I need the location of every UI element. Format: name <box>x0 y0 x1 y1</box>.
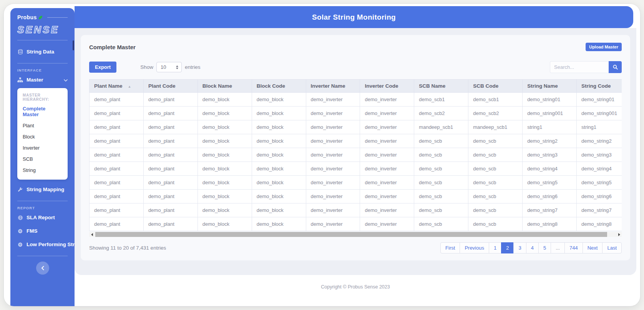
column-header[interactable]: Inverter Code <box>360 80 414 93</box>
table-cell: demo_inverter <box>360 120 414 134</box>
submenu-item-scb[interactable]: SCB <box>23 153 62 165</box>
table-cell: demo_block <box>198 120 252 134</box>
table-row: demo_plantdemo_plantdemo_blockdemo_block… <box>90 134 622 148</box>
brand-logo[interactable]: Probus <box>17 14 68 20</box>
table-row: demo_plantdemo_plantdemo_blockdemo_block… <box>90 93 622 107</box>
table-cell: demo_plant <box>90 217 144 231</box>
table-toolbar: Export Show 10 entries <box>89 61 622 73</box>
pagination-button-1[interactable]: 1 <box>489 242 501 253</box>
submenu-heading: MASTER HIERARCHY: <box>23 93 62 102</box>
table-cell: demo_string001 <box>577 107 622 120</box>
table-cell: demo_string01 <box>577 93 622 107</box>
table-cell: demo_plant <box>90 107 144 120</box>
pagination-button-first[interactable]: First <box>440 242 460 253</box>
sidebar-item-label: String Mapping <box>27 187 64 192</box>
table-cell: demo_string5 <box>577 176 622 190</box>
column-header[interactable]: Block Code <box>252 80 306 93</box>
table-cell: demo_plant <box>90 148 144 162</box>
table-cell: demo_block <box>198 190 252 203</box>
table-cell: demo_string7 <box>523 203 577 217</box>
sidebar-item-string-data[interactable]: String Data <box>17 45 68 58</box>
submenu-item-inverter[interactable]: Inverter <box>23 142 62 153</box>
table-cell: demo_inverter <box>306 203 360 217</box>
export-button[interactable]: Export <box>89 62 116 73</box>
submenu-item-block[interactable]: Block <box>23 131 62 142</box>
table-cell: demo_scb <box>414 148 468 162</box>
search-button[interactable] <box>609 61 622 73</box>
table-cell: demo_inverter <box>360 203 414 217</box>
pagination-button-3[interactable]: 3 <box>513 242 526 253</box>
horizontal-scrollbar[interactable] <box>89 232 622 237</box>
pagination-ellipsis: ... <box>551 242 565 253</box>
page-length-select[interactable]: 10 <box>156 62 182 72</box>
sidebar-scrollbar-thumb[interactable] <box>73 40 74 50</box>
column-header[interactable]: Plant Name▲ <box>90 80 144 93</box>
upload-master-button[interactable]: Upload Master <box>586 43 622 51</box>
sidebar-item-label: SLA Report <box>27 215 55 220</box>
brand-sense-text: SENSE <box>17 24 70 35</box>
table-cell: demo_string6 <box>577 190 622 203</box>
column-header[interactable]: String Code <box>577 80 622 93</box>
sidebar-item-string-mapping[interactable]: String Mapping <box>17 183 68 196</box>
table-cell: demo_scb1 <box>414 93 468 107</box>
table-cell: demo_scb <box>414 190 468 203</box>
column-header[interactable]: SCB Code <box>468 80 523 93</box>
search-input[interactable] <box>550 61 609 73</box>
submenu-item-complete-master[interactable]: Complete Master <box>23 103 62 120</box>
sidebar-item-fms[interactable]: ⚙ FMS <box>17 224 68 238</box>
pagination-button-2[interactable]: 2 <box>501 242 514 253</box>
table-cell: demo_plant <box>90 120 144 134</box>
sidebar-divider <box>17 256 68 256</box>
sidebar-collapse-button[interactable] <box>36 262 49 275</box>
table-cell: demo_scb <box>468 217 523 231</box>
table-cell: demo_inverter <box>306 217 360 231</box>
table-cell: demo_inverter <box>306 107 360 120</box>
table-cell: demo_inverter <box>306 176 360 190</box>
sidebar-divider <box>17 40 68 40</box>
table-cell: demo_plant <box>90 176 144 190</box>
table-cell: demo_string6 <box>523 190 577 203</box>
wrench-icon <box>17 187 23 192</box>
table-cell: demo_block <box>252 203 306 217</box>
column-header[interactable]: Block Name <box>198 80 252 93</box>
column-header[interactable]: String Name <box>523 80 577 93</box>
table-cell: demo_plant <box>143 176 198 190</box>
table-cell: demo_plant <box>143 107 198 120</box>
table-cell: demo_inverter <box>360 107 414 120</box>
table-cell: string1 <box>577 120 622 134</box>
pagination-button-744[interactable]: 744 <box>564 242 583 253</box>
table-row: demo_plantdemo_plantdemo_blockdemo_block… <box>90 176 622 190</box>
table-cell: demo_block <box>252 93 306 107</box>
sidebar-item-low-performing-strings[interactable]: ⚙ Low Performing Strings <box>17 238 68 251</box>
pagination-button-previous[interactable]: Previous <box>460 242 489 253</box>
table-cell: string1 <box>523 120 577 134</box>
sidebar: Probus SENSE String Data INTERFACE <box>10 8 75 306</box>
table-cell: demo_plant <box>143 120 198 134</box>
table-cell: demo_scb <box>468 176 523 190</box>
pagination-button-last[interactable]: Last <box>602 242 622 253</box>
pagination-button-5[interactable]: 5 <box>538 242 551 253</box>
submenu-item-string[interactable]: String <box>23 165 62 176</box>
sidebar-item-master[interactable]: Master <box>17 73 68 87</box>
gear-icon: ⚙ <box>17 242 23 247</box>
pagination-button-next[interactable]: Next <box>583 242 603 253</box>
submenu-item-plant[interactable]: Plant <box>23 120 62 131</box>
page-length-group: Show 10 entries <box>140 62 200 72</box>
column-header[interactable]: SCB Name <box>414 80 468 93</box>
column-header[interactable]: Plant Code <box>143 80 198 93</box>
section-interface-label: INTERFACE <box>17 68 68 72</box>
scroll-right-arrow-icon[interactable] <box>616 232 622 237</box>
column-header[interactable]: Inverter Name <box>306 80 360 93</box>
sidebar-item-sla-report[interactable]: SLA Report <box>17 211 68 224</box>
scroll-left-arrow-icon[interactable] <box>89 232 95 237</box>
table-cell: demo_block <box>252 176 306 190</box>
table-cell: demo_string3 <box>577 148 622 162</box>
table-cell: demo_scb <box>414 203 468 217</box>
table-cell: mandeep_scb1 <box>414 120 468 134</box>
table-cell: demo_block <box>198 162 252 176</box>
table-cell: demo_plant <box>143 93 198 107</box>
pagination-button-4[interactable]: 4 <box>526 242 539 253</box>
table-cell: demo_block <box>198 93 252 107</box>
scrollbar-thumb[interactable] <box>95 232 607 237</box>
table-body: demo_plantdemo_plantdemo_blockdemo_block… <box>90 93 622 231</box>
